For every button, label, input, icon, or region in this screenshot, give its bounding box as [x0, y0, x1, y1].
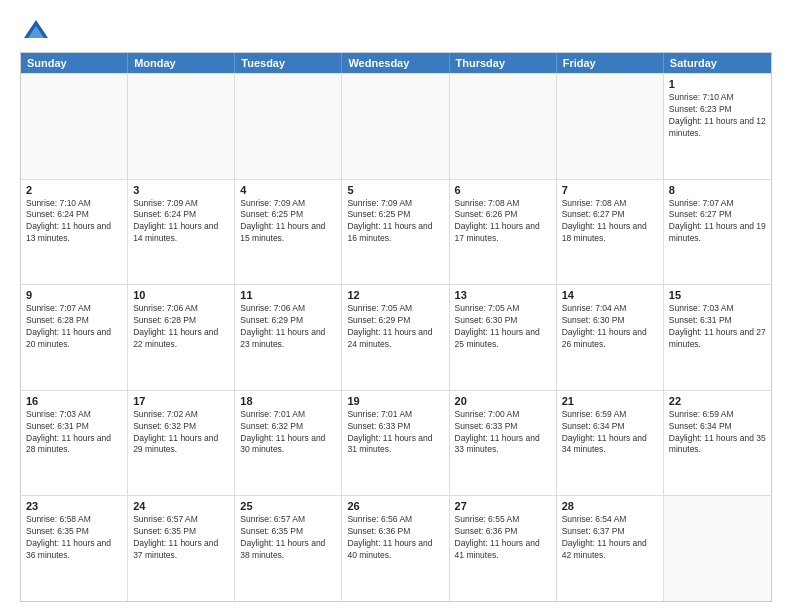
cal-day-number: 28: [562, 500, 658, 512]
cal-cell: 16Sunrise: 7:03 AM Sunset: 6:31 PM Dayli…: [21, 391, 128, 496]
cal-header-cell-monday: Monday: [128, 53, 235, 73]
cal-day-number: 20: [455, 395, 551, 407]
cal-day-info: Sunrise: 7:10 AM Sunset: 6:24 PM Dayligh…: [26, 198, 122, 246]
calendar-body: 1Sunrise: 7:10 AM Sunset: 6:23 PM Daylig…: [21, 73, 771, 601]
cal-day-info: Sunrise: 6:56 AM Sunset: 6:36 PM Dayligh…: [347, 514, 443, 562]
cal-cell: 25Sunrise: 6:57 AM Sunset: 6:35 PM Dayli…: [235, 496, 342, 601]
cal-day-info: Sunrise: 7:09 AM Sunset: 6:24 PM Dayligh…: [133, 198, 229, 246]
cal-cell: 3Sunrise: 7:09 AM Sunset: 6:24 PM Daylig…: [128, 180, 235, 285]
cal-header-cell-tuesday: Tuesday: [235, 53, 342, 73]
cal-day-number: 1: [669, 78, 766, 90]
cal-day-number: 22: [669, 395, 766, 407]
cal-day-number: 13: [455, 289, 551, 301]
cal-day-number: 27: [455, 500, 551, 512]
cal-cell: [128, 74, 235, 179]
cal-cell: 9Sunrise: 7:07 AM Sunset: 6:28 PM Daylig…: [21, 285, 128, 390]
cal-cell: 28Sunrise: 6:54 AM Sunset: 6:37 PM Dayli…: [557, 496, 664, 601]
cal-day-number: 5: [347, 184, 443, 196]
cal-cell: 10Sunrise: 7:06 AM Sunset: 6:28 PM Dayli…: [128, 285, 235, 390]
cal-day-info: Sunrise: 7:03 AM Sunset: 6:31 PM Dayligh…: [669, 303, 766, 351]
cal-day-info: Sunrise: 7:05 AM Sunset: 6:30 PM Dayligh…: [455, 303, 551, 351]
header: [20, 16, 772, 44]
cal-day-number: 10: [133, 289, 229, 301]
cal-cell: 4Sunrise: 7:09 AM Sunset: 6:25 PM Daylig…: [235, 180, 342, 285]
cal-cell: 1Sunrise: 7:10 AM Sunset: 6:23 PM Daylig…: [664, 74, 771, 179]
cal-day-number: 23: [26, 500, 122, 512]
cal-day-info: Sunrise: 7:07 AM Sunset: 6:28 PM Dayligh…: [26, 303, 122, 351]
cal-day-info: Sunrise: 7:08 AM Sunset: 6:27 PM Dayligh…: [562, 198, 658, 246]
cal-day-number: 21: [562, 395, 658, 407]
cal-cell: 21Sunrise: 6:59 AM Sunset: 6:34 PM Dayli…: [557, 391, 664, 496]
cal-day-number: 8: [669, 184, 766, 196]
cal-day-info: Sunrise: 7:06 AM Sunset: 6:29 PM Dayligh…: [240, 303, 336, 351]
cal-header-cell-wednesday: Wednesday: [342, 53, 449, 73]
cal-day-number: 19: [347, 395, 443, 407]
cal-day-info: Sunrise: 6:54 AM Sunset: 6:37 PM Dayligh…: [562, 514, 658, 562]
cal-day-number: 25: [240, 500, 336, 512]
cal-day-number: 16: [26, 395, 122, 407]
cal-day-number: 7: [562, 184, 658, 196]
cal-day-info: Sunrise: 7:07 AM Sunset: 6:27 PM Dayligh…: [669, 198, 766, 246]
cal-day-number: 3: [133, 184, 229, 196]
cal-day-info: Sunrise: 7:09 AM Sunset: 6:25 PM Dayligh…: [240, 198, 336, 246]
cal-cell: 14Sunrise: 7:04 AM Sunset: 6:30 PM Dayli…: [557, 285, 664, 390]
cal-cell: 17Sunrise: 7:02 AM Sunset: 6:32 PM Dayli…: [128, 391, 235, 496]
cal-cell: 19Sunrise: 7:01 AM Sunset: 6:33 PM Dayli…: [342, 391, 449, 496]
cal-cell: 6Sunrise: 7:08 AM Sunset: 6:26 PM Daylig…: [450, 180, 557, 285]
cal-cell: [21, 74, 128, 179]
cal-day-number: 17: [133, 395, 229, 407]
cal-day-number: 6: [455, 184, 551, 196]
cal-day-number: 11: [240, 289, 336, 301]
cal-day-number: 24: [133, 500, 229, 512]
cal-header-cell-saturday: Saturday: [664, 53, 771, 73]
calendar-header-row: SundayMondayTuesdayWednesdayThursdayFrid…: [21, 53, 771, 73]
cal-week-4: 16Sunrise: 7:03 AM Sunset: 6:31 PM Dayli…: [21, 390, 771, 496]
page: SundayMondayTuesdayWednesdayThursdayFrid…: [0, 0, 792, 612]
cal-day-info: Sunrise: 7:08 AM Sunset: 6:26 PM Dayligh…: [455, 198, 551, 246]
cal-cell: 22Sunrise: 6:59 AM Sunset: 6:34 PM Dayli…: [664, 391, 771, 496]
cal-day-info: Sunrise: 7:00 AM Sunset: 6:33 PM Dayligh…: [455, 409, 551, 457]
cal-header-cell-thursday: Thursday: [450, 53, 557, 73]
cal-day-info: Sunrise: 6:58 AM Sunset: 6:35 PM Dayligh…: [26, 514, 122, 562]
cal-day-info: Sunrise: 7:02 AM Sunset: 6:32 PM Dayligh…: [133, 409, 229, 457]
cal-cell: [235, 74, 342, 179]
cal-cell: 11Sunrise: 7:06 AM Sunset: 6:29 PM Dayli…: [235, 285, 342, 390]
logo: [20, 16, 50, 44]
cal-week-2: 2Sunrise: 7:10 AM Sunset: 6:24 PM Daylig…: [21, 179, 771, 285]
cal-cell: 24Sunrise: 6:57 AM Sunset: 6:35 PM Dayli…: [128, 496, 235, 601]
cal-cell: 20Sunrise: 7:00 AM Sunset: 6:33 PM Dayli…: [450, 391, 557, 496]
cal-cell: 27Sunrise: 6:55 AM Sunset: 6:36 PM Dayli…: [450, 496, 557, 601]
cal-cell: 15Sunrise: 7:03 AM Sunset: 6:31 PM Dayli…: [664, 285, 771, 390]
cal-cell: [557, 74, 664, 179]
cal-day-info: Sunrise: 7:03 AM Sunset: 6:31 PM Dayligh…: [26, 409, 122, 457]
cal-day-info: Sunrise: 7:01 AM Sunset: 6:32 PM Dayligh…: [240, 409, 336, 457]
cal-day-number: 15: [669, 289, 766, 301]
cal-day-number: 2: [26, 184, 122, 196]
cal-cell: [450, 74, 557, 179]
cal-header-cell-sunday: Sunday: [21, 53, 128, 73]
cal-cell: [342, 74, 449, 179]
calendar: SundayMondayTuesdayWednesdayThursdayFrid…: [20, 52, 772, 602]
cal-day-info: Sunrise: 7:06 AM Sunset: 6:28 PM Dayligh…: [133, 303, 229, 351]
cal-day-info: Sunrise: 7:09 AM Sunset: 6:25 PM Dayligh…: [347, 198, 443, 246]
cal-cell: 12Sunrise: 7:05 AM Sunset: 6:29 PM Dayli…: [342, 285, 449, 390]
cal-day-info: Sunrise: 6:57 AM Sunset: 6:35 PM Dayligh…: [240, 514, 336, 562]
cal-day-info: Sunrise: 6:59 AM Sunset: 6:34 PM Dayligh…: [562, 409, 658, 457]
cal-cell: 5Sunrise: 7:09 AM Sunset: 6:25 PM Daylig…: [342, 180, 449, 285]
cal-day-info: Sunrise: 7:01 AM Sunset: 6:33 PM Dayligh…: [347, 409, 443, 457]
cal-cell: 13Sunrise: 7:05 AM Sunset: 6:30 PM Dayli…: [450, 285, 557, 390]
cal-day-number: 4: [240, 184, 336, 196]
cal-day-number: 18: [240, 395, 336, 407]
cal-day-info: Sunrise: 6:59 AM Sunset: 6:34 PM Dayligh…: [669, 409, 766, 457]
cal-cell: 18Sunrise: 7:01 AM Sunset: 6:32 PM Dayli…: [235, 391, 342, 496]
cal-header-cell-friday: Friday: [557, 53, 664, 73]
cal-day-info: Sunrise: 6:57 AM Sunset: 6:35 PM Dayligh…: [133, 514, 229, 562]
cal-day-info: Sunrise: 7:10 AM Sunset: 6:23 PM Dayligh…: [669, 92, 766, 140]
cal-day-number: 26: [347, 500, 443, 512]
logo-icon: [22, 16, 50, 44]
cal-week-3: 9Sunrise: 7:07 AM Sunset: 6:28 PM Daylig…: [21, 284, 771, 390]
cal-day-number: 14: [562, 289, 658, 301]
cal-day-number: 12: [347, 289, 443, 301]
cal-cell: 8Sunrise: 7:07 AM Sunset: 6:27 PM Daylig…: [664, 180, 771, 285]
cal-day-number: 9: [26, 289, 122, 301]
